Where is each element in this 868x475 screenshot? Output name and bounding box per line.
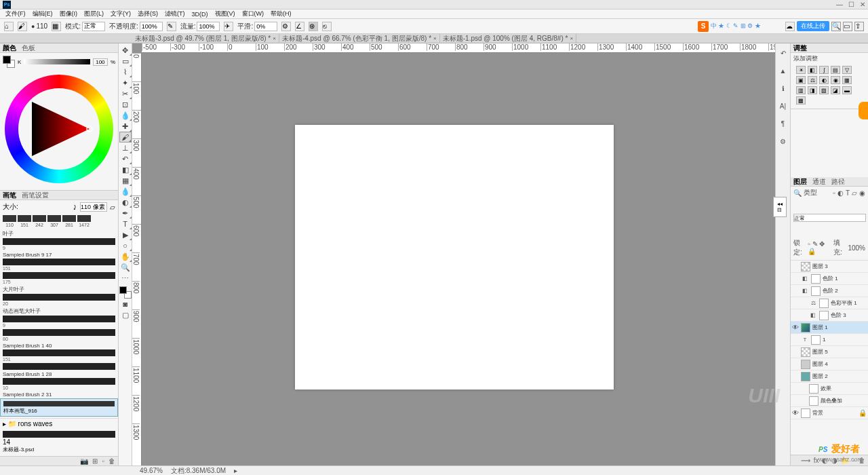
brush-item[interactable]: Sampled Brush 2 31 [3, 392, 115, 398]
history-icon[interactable]: ↶ [778, 48, 789, 58]
close-icon[interactable]: ✕ [860, 1, 865, 8]
marquee-tool[interactable]: ▭ [119, 56, 132, 66]
layer-list[interactable]: 图层 3◧色阶 1◧色阶 2⚖色彩平衡 1◧色阶 3👁图层 1T1图层 5图层 … [791, 261, 868, 455]
status-arrow-icon[interactable]: ▸ [234, 467, 237, 474]
workspace-icon[interactable]: ▭ [843, 22, 852, 31]
brush-size-preview[interactable]: ● 110 [31, 22, 47, 30]
hand-tool[interactable]: ✋ [119, 251, 132, 262]
window-controls[interactable]: — ☐ ✕ [836, 1, 865, 8]
invert-icon[interactable]: ◨ [808, 86, 817, 94]
tab-swatches[interactable]: 色板 [22, 43, 35, 53]
angle-icon[interactable]: ∠ [295, 22, 304, 31]
layer-row[interactable]: 👁图层 1 [791, 322, 868, 334]
zoom-value[interactable]: 49.67% [140, 467, 163, 474]
tab-layers[interactable]: 图层 [793, 177, 807, 187]
foreground-background-swatch[interactable] [3, 56, 15, 68]
layer-row[interactable]: 图层 3 [791, 261, 868, 273]
brush-preset[interactable]: 151 [18, 215, 31, 227]
history-brush-tool[interactable]: ↶ [119, 153, 132, 164]
zoom-tool[interactable]: 🔍 [119, 262, 132, 273]
layer-row[interactable]: 👁背景🔒 [791, 407, 868, 419]
pressure-opacity-icon[interactable]: ✎ [167, 22, 176, 31]
crop-tool[interactable]: ✂ [119, 88, 132, 99]
visibility-icon[interactable]: 👁 [792, 324, 799, 331]
tab-adjustments[interactable]: 调整 [793, 43, 807, 53]
opacity-input[interactable] [140, 22, 163, 31]
panel-toggle[interactable]: ◂◂⊟ [773, 197, 787, 217]
shape-tool[interactable]: ○ [119, 240, 132, 251]
brush-item[interactable]: Sampled Brush 1 2810 [3, 371, 115, 390]
histogram-icon[interactable]: ▲ [778, 65, 789, 76]
menu-file[interactable]: 文件(F) [3, 10, 28, 18]
trash-icon[interactable]: 🗑 [108, 457, 115, 465]
threshold-icon[interactable]: ◪ [831, 86, 840, 94]
brush-item[interactable]: Sampled Brush 1 40151 [3, 343, 115, 362]
dodge-tool[interactable]: ◐ [119, 197, 132, 208]
quick-select-tool[interactable]: ✦ [119, 77, 132, 88]
brush-size-input[interactable] [80, 202, 107, 212]
filter-pixel-icon[interactable]: ▫ [833, 189, 835, 197]
type-tool[interactable]: T [119, 218, 132, 229]
mode-select[interactable] [82, 22, 105, 31]
link-icon[interactable]: ⟿ [801, 457, 810, 464]
blur-tool[interactable]: 💧 [119, 186, 132, 197]
character-icon[interactable]: A| [778, 100, 789, 111]
close-icon[interactable]: × [570, 35, 573, 41]
brush-folder[interactable]: rons waves [18, 420, 53, 428]
photofilter-icon[interactable]: ◉ [831, 76, 840, 84]
k-slider[interactable] [24, 59, 90, 64]
screen-mode-icon[interactable]: ▢ [119, 309, 132, 320]
brush-preset[interactable]: 110 [3, 215, 16, 227]
filter-shape-icon[interactable]: ▱ [852, 189, 857, 197]
frame-tool[interactable]: ⊡ [119, 99, 132, 110]
brush-item[interactable]: 175 [3, 272, 115, 284]
move-tool[interactable]: ✥ [119, 45, 132, 56]
canvas-area[interactable]: -500-300-1000100200300400500600700800900… [132, 43, 775, 466]
brush-tool[interactable]: 🖌 [119, 132, 132, 142]
menu-type[interactable]: 文字(Y) [108, 10, 134, 18]
filter-type-icon[interactable]: T [846, 189, 850, 197]
properties-icon[interactable]: ⚙ [778, 136, 789, 147]
fill-value[interactable]: 100% [848, 244, 865, 252]
layer-row[interactable]: ⚖色彩平衡 1 [791, 297, 868, 309]
selective-color-icon[interactable]: ▩ [796, 96, 806, 104]
live-tip-icon[interactable]: ▱ [110, 204, 115, 211]
channelmixer-icon[interactable]: ▦ [842, 76, 852, 84]
new-icon[interactable]: ▫ [102, 457, 104, 465]
canvas[interactable] [295, 125, 614, 390]
layer-row[interactable]: ◧色阶 3 [791, 309, 868, 322]
brush-item[interactable] [3, 363, 115, 370]
home-icon[interactable]: ⌂ [4, 22, 14, 31]
online-upload-button[interactable]: 在线上传 [797, 21, 829, 31]
tab-brush-settings[interactable]: 画笔设置 [22, 191, 49, 200]
pen-tool[interactable]: ✒ [119, 208, 132, 218]
vibrance-icon[interactable]: ▽ [842, 66, 852, 74]
share-icon[interactable]: ⇪ [854, 22, 864, 31]
symmetry-icon[interactable]: ⎋ [322, 22, 332, 31]
flip-icon[interactable]: ⤸ [72, 204, 77, 211]
eraser-tool[interactable]: ◧ [119, 164, 132, 175]
brush-item[interactable]: 叶子9 [3, 230, 115, 250]
layer-row[interactable]: ◧色阶 2 [791, 285, 868, 297]
quick-mask-icon[interactable]: ◙ [119, 299, 132, 309]
lasso-tool[interactable]: ⌇ [119, 66, 132, 77]
lock-icons[interactable]: ▫ ✎ ✥ 🔒 [808, 240, 829, 255]
doc-tab-1[interactable]: 未标题-3.psd @ 49.7% (图层 1, 图层蒙版/8) *× [132, 34, 279, 43]
brush-preset[interactable]: 307 [47, 215, 61, 227]
gradient-tool[interactable]: ▦ [119, 175, 132, 186]
eyedropper-tool[interactable]: 💧 [119, 110, 132, 121]
brush-preset[interactable]: 1472 [77, 215, 91, 227]
minimize-icon[interactable]: — [836, 1, 843, 8]
edit-toolbar[interactable]: ⋯ [119, 273, 132, 284]
brush-item[interactable]: 动态画笔大叶子9 [3, 307, 115, 328]
new-brush-icon[interactable]: ⊞ [92, 457, 98, 465]
menu-layer[interactable]: 图层(L) [81, 10, 106, 18]
filter-adj-icon[interactable]: ◐ [837, 189, 844, 197]
menu-select[interactable]: 选择(S) [135, 10, 161, 18]
close-icon[interactable]: × [273, 35, 276, 41]
doc-size[interactable]: 文档:8.36M/63.0M [171, 466, 226, 476]
gradient-map-icon[interactable]: ▬ [842, 86, 852, 94]
brush-item[interactable]: Sampled Brush 9 17151 [3, 252, 115, 271]
levels-icon[interactable]: ◧ [808, 66, 817, 74]
hue-icon[interactable]: ▣ [796, 76, 806, 84]
